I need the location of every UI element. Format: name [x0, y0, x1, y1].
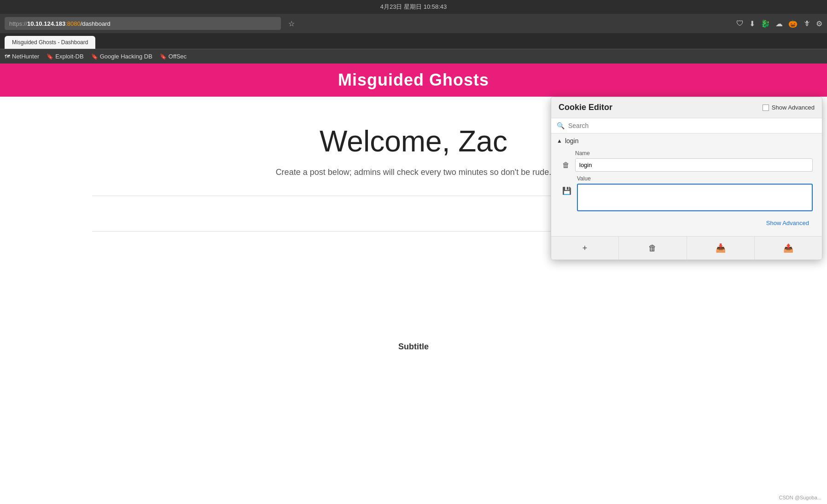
nethunter-icon: 🗺: [5, 53, 10, 60]
value-field: Value: [577, 175, 813, 213]
offsec-icon: 🔖: [160, 53, 167, 60]
cookie-editor-toolbar: + 🗑 📥 📤: [551, 236, 822, 260]
show-advanced-label: Show Advanced: [772, 104, 815, 111]
pocket-icon[interactable]: 🛡: [736, 19, 744, 28]
search-bar: 🔍: [551, 118, 822, 133]
delete-all-button[interactable]: 🗑: [619, 237, 687, 260]
tab-bar: Misguided Ghosts - Dashboard: [0, 33, 827, 49]
os-topbar: 4月23日 星期日 10:58:43: [0, 0, 827, 14]
save-cookie-button[interactable]: 💾: [560, 185, 573, 197]
value-label: Value: [577, 175, 813, 182]
os-datetime: 4月23日 星期日 10:58:43: [380, 3, 447, 11]
import-button[interactable]: 📥: [687, 237, 755, 260]
bookmark-nethunter[interactable]: 🗺 NetHunter: [5, 53, 39, 60]
chevron-up-icon: ▲: [557, 138, 562, 144]
bookmark-label: Google Hacking DB: [100, 53, 152, 60]
active-tab[interactable]: Misguided Ghosts - Dashboard: [5, 36, 95, 49]
browser-content: Misguided Ghosts Welcome, Zac Create a p…: [0, 64, 827, 504]
bookmark-label: OffSec: [169, 53, 187, 60]
name-input[interactable]: [575, 158, 813, 172]
browser-chrome: https://10.10.124.183:8080/dashboard ☆ 🛡…: [0, 14, 827, 33]
cookie-editor-title: Cookie Editor: [559, 103, 612, 112]
site-header: Misguided Ghosts: [0, 64, 827, 97]
import-icon: 📥: [716, 243, 726, 253]
extension-icon-2[interactable]: ☁: [775, 19, 783, 28]
cookie-section: ▲ login 🗑 Name 💾: [551, 133, 822, 236]
download-icon[interactable]: ⬇: [749, 19, 755, 28]
url-host: 10.10.124.183: [27, 20, 65, 27]
bookmarks-bar: 🗺 NetHunter 🔖 Exploit-DB 🔖 Google Hackin…: [0, 49, 827, 64]
show-advanced-link-area: Show Advanced: [560, 217, 813, 231]
name-label: Name: [575, 150, 813, 156]
cookie-editor-panel: Cookie Editor Show Advanced 🔍 ▲ login: [551, 97, 822, 260]
value-textarea[interactable]: [577, 184, 813, 211]
bookmark-star-icon[interactable]: ☆: [288, 19, 295, 28]
exploitdb-icon: 🔖: [47, 53, 53, 60]
browser-toolbar-icons: 🛡 ⬇ 🐉 ☁ 🎃 🗡 ⚙: [736, 19, 822, 28]
bookmark-offsec[interactable]: 🔖 OffSec: [160, 53, 187, 60]
tab-title: Misguided Ghosts - Dashboard: [12, 39, 88, 46]
extension-icon-4[interactable]: 🗡: [803, 19, 810, 28]
bookmark-label: Exploit-DB: [55, 53, 83, 60]
url-protocol: https://: [9, 20, 27, 27]
website: Misguided Ghosts Welcome, Zac Create a p…: [0, 64, 827, 504]
cookie-editor-header: Cookie Editor Show Advanced: [551, 97, 822, 118]
bookmark-exploitdb[interactable]: 🔖 Exploit-DB: [47, 53, 83, 60]
search-icon: 🔍: [557, 122, 565, 129]
delete-cookie-button[interactable]: 🗑: [560, 159, 571, 171]
show-advanced-link[interactable]: Show Advanced: [766, 220, 809, 226]
bookmark-ghdb[interactable]: 🔖 Google Hacking DB: [91, 53, 152, 60]
show-advanced-checkbox-row[interactable]: Show Advanced: [763, 104, 815, 111]
post-subtitle-area: Subtitle: [0, 342, 827, 352]
site-title: Misguided Ghosts: [338, 70, 489, 90]
export-icon: 📤: [783, 243, 793, 253]
url-port: :8080: [65, 20, 81, 27]
post-subtitle: Subtitle: [398, 342, 429, 351]
bookmark-label: NetHunter: [12, 53, 39, 60]
cookie-section-header[interactable]: ▲ login: [557, 137, 816, 145]
search-input[interactable]: [568, 122, 816, 129]
cookie-item: 🗑 Name 💾 Value: [557, 148, 816, 232]
add-icon: +: [582, 243, 588, 253]
value-field-row: 💾 Value: [560, 175, 813, 213]
name-field-row: 🗑 Name: [560, 150, 813, 172]
add-cookie-button[interactable]: +: [551, 237, 619, 260]
ghdb-icon: 🔖: [91, 53, 98, 60]
show-advanced-checkbox[interactable]: [763, 104, 769, 111]
address-bar[interactable]: https://10.10.124.183:8080/dashboard: [5, 17, 281, 30]
settings-icon[interactable]: ⚙: [816, 19, 822, 28]
name-field: Name: [575, 150, 813, 172]
export-button[interactable]: 📤: [755, 237, 822, 260]
watermark: CSDN @Sugoba...: [779, 495, 822, 500]
extension-icon-3[interactable]: 🎃: [788, 19, 798, 28]
extension-icon-1[interactable]: 🐉: [761, 19, 770, 28]
url-path: /dashboard: [81, 20, 111, 27]
cookie-section-name: login: [565, 137, 579, 145]
trash-icon: 🗑: [648, 243, 657, 253]
